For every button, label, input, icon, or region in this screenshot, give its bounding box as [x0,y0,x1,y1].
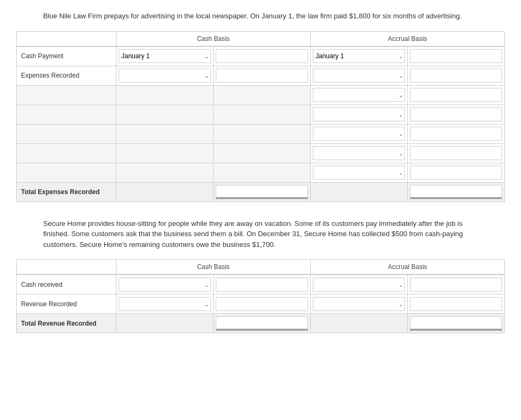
expenses-accrual-amount-input[interactable] [410,68,502,82]
revenue-cash-date-select[interactable]: January 1 January 31 June 30 December 31 [119,297,211,311]
table-1-accrual-basis-header: Accrual Basis [311,32,504,46]
row-label-empty [17,105,116,124]
cell-revenue-accrual-input[interactable] [408,294,504,313]
cell-row4-accrual-input[interactable] [408,125,504,143]
row5-accrual-amount-input[interactable] [410,146,502,160]
expenses-cash-amount-input[interactable] [216,68,308,82]
cash-payment-amount-input[interactable] [216,49,308,63]
cell-cash-received-select[interactable]: January 1 January 31 June 30 December 31… [116,275,214,294]
cash-received-date-select[interactable]: January 1 January 31 June 30 December 31 [119,278,211,292]
cell-cash-payment-input[interactable] [214,47,311,66]
total-accrual-input-cell[interactable] [408,183,504,202]
total-revenue-label: Total Revenue Recorded [17,314,116,333]
revenue-accrual-amount-input[interactable] [410,297,502,311]
total-revenue-accrual-input-cell[interactable] [408,314,504,333]
revenue-cash-amount-input[interactable] [216,297,308,311]
cell-accrual-payment-input[interactable] [408,47,504,66]
table-1-header-empty [17,32,116,46]
table-2-cash-basis-header: Cash Basis [116,260,311,274]
row3-accrual-date-select[interactable]: January 1 January 31 June 30 December 31 [313,107,405,121]
cell-revenue-accrual-select[interactable]: January 1 January 31 June 30 December 31… [311,294,408,313]
cell-empty-cash-input [214,144,311,163]
cell-row3-accrual-input[interactable] [408,105,504,124]
cash-received-amount-input[interactable] [216,278,308,292]
cell-expenses-cash-select[interactable]: January 1 January 31 June 30 December 31… [116,66,214,85]
cell-empty-cash-input [214,86,311,105]
row4-accrual-amount-input[interactable] [410,127,502,141]
cell-cash-payment-select[interactable]: January 1 January 31 June 30 December 31… [116,47,214,66]
table-1: Cash Basis Accrual Basis Cash Payment Ja… [16,31,505,202]
revenue-accrual-date-select[interactable]: January 1 January 31 June 30 December 31 [313,297,405,311]
cell-empty-cash-input [214,105,311,124]
table-2-header: Cash Basis Accrual Basis [17,260,504,274]
table-row: January 1 January 31 June 30 December 31… [17,163,504,182]
cell-row3-accrual-select[interactable]: January 1 January 31 June 30 December 31… [311,105,408,124]
total-revenue-cash-input[interactable] [216,316,308,331]
total-cash-select-empty [116,183,214,202]
cell-expenses-accrual-input[interactable] [408,66,504,85]
row4-accrual-date-select[interactable]: January 1 January 31 June 30 December 31 [313,127,405,141]
row-label-empty [17,163,116,182]
table-row: January 1 January 31 June 30 December 31… [17,143,504,163]
row-label-expenses-recorded: Expenses Recorded [17,66,116,85]
row2-accrual-amount-input[interactable] [410,88,502,102]
table-2: Cash Basis Accrual Basis Cash received J… [16,259,505,333]
cell-row5-accrual-input[interactable] [408,144,504,163]
description-1: Blue Nile Law Firm prepays for advertisi… [16,11,505,22]
row6-accrual-amount-input[interactable] [410,166,502,180]
row-label-revenue-recorded: Revenue Recorded [17,294,116,313]
table-1-cash-basis-header: Cash Basis [116,32,311,46]
table-2-total-row: Total Revenue Recorded [17,313,504,333]
table-row: Cash Payment January 1 January 31 June 3… [17,46,504,66]
expenses-accrual-date-select[interactable]: January 1 January 31 June 30 December 31 [313,68,405,82]
table-1-total-row: Total Expenses Recorded [17,182,504,202]
row-label-cash-payment: Cash Payment [17,47,116,66]
accrual-payment-amount-input[interactable] [410,49,502,63]
row-label-empty [17,86,116,105]
cell-empty-cash-input [214,163,311,182]
table-row: January 1 January 31 June 30 December 31… [17,105,504,124]
cell-empty-cash-select [116,163,214,182]
total-accrual-select-empty [311,183,408,202]
row3-accrual-amount-input[interactable] [410,107,502,121]
cell-accrual-payment-select[interactable]: January 1 January 31 June 30 December 31… [311,47,408,66]
total-expenses-label: Total Expenses Recorded [17,183,116,202]
accrual-payment-date-select[interactable]: January 1 January 31 June 30 December 31 [313,49,405,63]
row5-accrual-date-select[interactable]: January 1 January 31 June 30 December 31 [313,146,405,160]
cell-expenses-accrual-select[interactable]: January 1 January 31 June 30 December 31… [311,66,408,85]
total-revenue-cash-select-empty [116,314,214,333]
cell-empty-cash-select [116,105,214,124]
table-row: January 1 January 31 June 30 December 31… [17,85,504,105]
description-2: Secure Home provides house-sitting for p… [16,218,505,250]
row-label-empty [17,125,116,143]
table-1-header: Cash Basis Accrual Basis [17,32,504,46]
cell-row2-accrual-select[interactable]: January 1 January 31 June 30 December 31… [311,86,408,105]
total-revenue-accrual-input[interactable] [410,316,502,331]
total-cash-input-cell[interactable] [214,183,311,202]
table-2-header-empty [17,260,116,274]
cell-row4-accrual-select[interactable]: January 1 January 31 June 30 December 31… [311,125,408,143]
cell-row6-accrual-select[interactable]: January 1 January 31 June 30 December 31… [311,163,408,182]
cash-received-accrual-date-select[interactable]: January 1 January 31 June 30 December 31 [313,278,405,292]
row6-accrual-date-select[interactable]: January 1 January 31 June 30 December 31 [313,166,405,180]
cell-row5-accrual-select[interactable]: January 1 January 31 June 30 December 31… [311,144,408,163]
total-expenses-accrual-input[interactable] [410,185,502,199]
cell-row2-accrual-input[interactable] [408,86,504,105]
row2-accrual-date-select[interactable]: January 1 January 31 June 30 December 31 [313,88,405,102]
cell-revenue-cash-select[interactable]: January 1 January 31 June 30 December 31… [116,294,214,313]
total-expenses-cash-input[interactable] [216,185,308,199]
total-revenue-cash-input-cell[interactable] [214,314,311,333]
cell-cash-received-input[interactable] [214,275,311,294]
cell-cash-received-accrual-select[interactable]: January 1 January 31 June 30 December 31… [311,275,408,294]
expenses-cash-date-select[interactable]: January 1 January 31 June 30 December 31 [119,68,211,82]
cell-expenses-cash-input[interactable] [214,66,311,85]
total-revenue-accrual-select-empty [311,314,408,333]
cell-revenue-cash-input[interactable] [214,294,311,313]
table-row: Revenue Recorded January 1 January 31 Ju… [17,294,504,313]
cash-received-accrual-amount-input[interactable] [410,278,502,292]
cell-row6-accrual-input[interactable] [408,163,504,182]
cell-cash-received-accrual-input[interactable] [408,275,504,294]
table-2-accrual-basis-header: Accrual Basis [311,260,504,274]
cash-payment-date-select[interactable]: January 1 January 31 June 30 December 31 [119,49,211,63]
cell-empty-cash-select [116,144,214,163]
